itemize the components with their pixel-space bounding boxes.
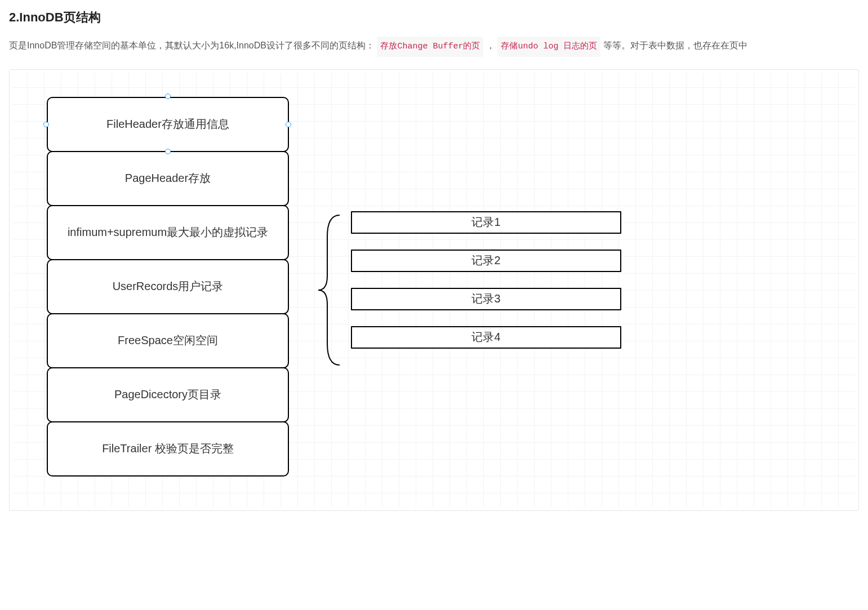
selection-handle-icon[interactable] xyxy=(286,122,291,127)
brace-icon xyxy=(317,214,343,366)
desc-text-tail: 等等。对于表中数据，也存在在页中 xyxy=(603,41,747,50)
section-description: 页是InnoDB管理存储空间的基本单位，其默认大小为16k,InnoDB设计了很… xyxy=(9,36,859,57)
page-box-userrecords[interactable]: UserRecords用户记录 xyxy=(47,259,289,314)
page-box-fileheader[interactable]: FileHeader存放通用信息 xyxy=(47,97,289,152)
page-box-pageheader[interactable]: PageHeader存放 xyxy=(47,151,289,206)
record-box[interactable]: 记录2 xyxy=(351,250,621,272)
selection-handle-icon[interactable] xyxy=(165,93,171,99)
record-label: 记录4 xyxy=(471,330,500,345)
page-box-pagedir[interactable]: PageDicectory页目录 xyxy=(47,367,289,422)
record-box[interactable]: 记录3 xyxy=(351,288,621,310)
record-label: 记录3 xyxy=(471,291,500,306)
page-box-label: FileTrailer 校验页是否完整 xyxy=(102,441,234,456)
record-box[interactable]: 记录4 xyxy=(351,326,621,349)
page-box-freespace[interactable]: FreeSpace空闲空间 xyxy=(47,313,289,368)
page-box-label: PageHeader存放 xyxy=(125,171,211,186)
section-heading: 2.InnoDB页结构 xyxy=(9,9,859,26)
record-box[interactable]: 记录1 xyxy=(351,211,621,234)
records-list: 记录1 记录2 记录3 记录4 xyxy=(351,211,621,364)
record-label: 记录1 xyxy=(471,215,500,230)
page-box-label: PageDicectory页目录 xyxy=(114,387,221,402)
desc-sep: ， xyxy=(486,41,495,50)
desc-text: 页是InnoDB管理存储空间的基本单位，其默认大小为16k,InnoDB设计了很… xyxy=(9,41,375,50)
code-chip-undo-log: 存储undo log 日志的页 xyxy=(497,37,600,57)
record-label: 记录2 xyxy=(471,253,500,268)
diagram-container: FileHeader存放通用信息 PageHeader存放 infimum+su… xyxy=(9,69,859,511)
page-box-filetrailer[interactable]: FileTrailer 校验页是否完整 xyxy=(47,421,289,477)
page-structure-stack: FileHeader存放通用信息 PageHeader存放 infimum+su… xyxy=(47,97,289,477)
page-box-label: FileHeader存放通用信息 xyxy=(106,117,229,132)
page-box-infimum[interactable]: infimum+supremum最大最小的虚拟记录 xyxy=(47,205,289,260)
page-box-label: infimum+supremum最大最小的虚拟记录 xyxy=(68,225,268,240)
selection-handle-icon[interactable] xyxy=(165,149,171,154)
diagram-canvas[interactable]: FileHeader存放通用信息 PageHeader存放 infimum+su… xyxy=(13,73,855,507)
code-chip-change-buffer: 存放Change Buffer的页 xyxy=(377,37,483,57)
selection-handle-icon[interactable] xyxy=(43,122,49,127)
page-box-label: FreeSpace空闲空间 xyxy=(118,333,218,348)
page-box-label: UserRecords用户记录 xyxy=(113,279,224,294)
